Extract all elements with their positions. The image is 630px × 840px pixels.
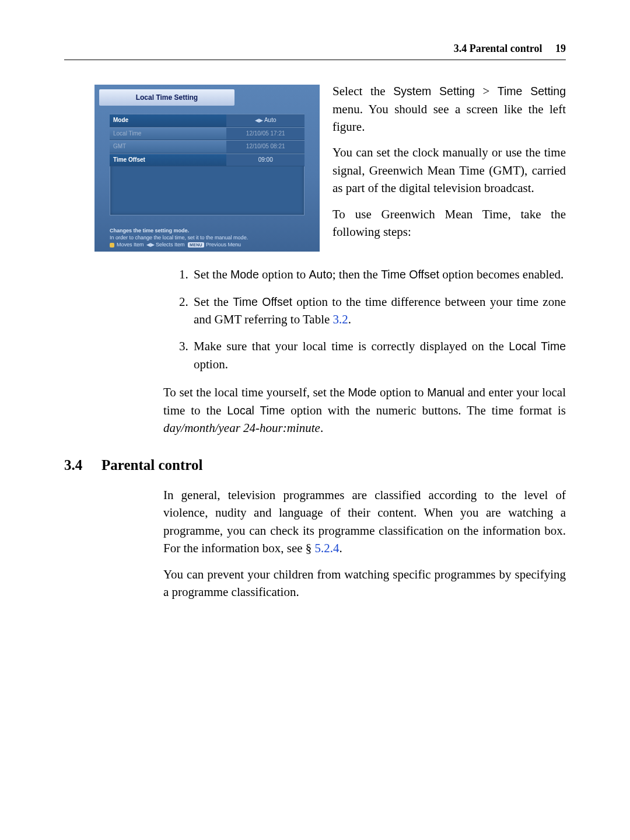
text: option. [194, 357, 228, 371]
text: . [320, 421, 323, 435]
figure-row-label: Mode [110, 114, 226, 127]
body-column: Set the Mode option to Auto; then the Ti… [163, 266, 566, 437]
text: Set the [194, 267, 230, 281]
intro-column: Select the System Setting > Time Setting… [332, 82, 566, 249]
manual-time-paragraph: To set the local time yourself, set the … [163, 384, 566, 437]
xref-5-2-4[interactable]: 5.2.4 [315, 541, 340, 555]
left-right-icon: ◀▶ [255, 117, 263, 123]
text: option becomes enabled. [439, 267, 564, 281]
figure-row-mode: Mode ◀▶Auto [110, 114, 304, 127]
page-number: 19 [555, 41, 566, 56]
running-header: 3.4 Parental control 19 [64, 41, 566, 60]
text: . [340, 541, 342, 555]
figure-row-label: GMT [110, 140, 226, 154]
figure-help-selects: Selects Item [156, 242, 185, 248]
intro-paragraph-1: Select the System Setting > Time Setting… [332, 82, 566, 135]
ui-text-time-offset: Time Offset [233, 295, 292, 308]
text: > [475, 84, 498, 98]
figure-panel: Mode ◀▶Auto Local Time 12/10/05 17:21 GM… [110, 114, 304, 215]
figure-help-moves: Moves Item [117, 242, 144, 248]
ui-text-time-offset: Time Offset [381, 268, 439, 281]
text: option to [376, 385, 427, 399]
figure-row-value: ◀▶Auto [226, 114, 304, 127]
intro-paragraph-3: To use Greenwich Mean Time, take the fol… [332, 205, 566, 241]
figure-row-value: 09:00 [226, 154, 304, 167]
figure-row-local-time: Local Time 12/10/05 17:21 [110, 127, 304, 141]
step-3: Make sure that your local time is correc… [191, 337, 566, 373]
text: Set the [194, 295, 233, 309]
intro-block: Local Time Setting Mode ◀▶Auto Local Tim… [64, 82, 566, 252]
left-right-icon: ◀▶ [146, 242, 155, 248]
text: ; then the [332, 267, 381, 281]
text: option with the numeric buttons. The tim… [285, 403, 566, 417]
intro-paragraph-2: You can set the clock manually or use th… [332, 144, 566, 197]
parental-paragraph-2: You can prevent your children from watch… [163, 566, 566, 601]
parental-paragraph-1: In general, television programmes are cl… [163, 486, 566, 557]
ui-text-system-setting: System Setting [393, 85, 475, 97]
figure-help-prev: Previous Menu [206, 242, 241, 248]
figure-row-value-text: Auto [264, 117, 276, 123]
xref-table-3-2[interactable]: 3.2 [333, 312, 348, 326]
text: Make sure that your local time is correc… [194, 339, 509, 353]
running-header-section: 3.4 Parental control [454, 43, 542, 54]
figure-row-gmt: GMT 12/10/05 08:21 [110, 140, 304, 154]
section-title: Parental control [102, 455, 202, 476]
figure-row-label: Time Offset [110, 154, 226, 167]
figure-help-line1: Changes the time setting mode. [110, 227, 304, 234]
figure-row-value: 12/10/05 08:21 [226, 140, 304, 154]
text: . [348, 312, 351, 326]
up-down-icon [110, 243, 114, 248]
section-number: 3.4 [64, 455, 89, 476]
ui-text-local-time: Local Time [509, 340, 566, 353]
ui-text-local-time: Local Time [227, 404, 285, 417]
ui-text-manual: Manual [427, 386, 464, 399]
figure-row-time-offset: Time Offset 09:00 [110, 154, 304, 167]
tv-screenshot: Local Time Setting Mode ◀▶Auto Local Tim… [94, 85, 320, 252]
body-column: In general, television programmes are cl… [163, 486, 566, 601]
section-heading: 3.4 Parental control [64, 455, 566, 476]
time-format: day/month/year 24-hour:minute [163, 421, 320, 435]
ui-text-mode: Mode [348, 386, 377, 399]
figure-help-line3: Moves Item ◀▶Selects Item MENUPrevious M… [110, 241, 304, 248]
text: option to [259, 267, 309, 281]
figure-local-time-setting: Local Time Setting Mode ◀▶Auto Local Tim… [94, 82, 320, 252]
figure-help-bar: Changes the time setting mode. In order … [110, 227, 304, 248]
menu-tag-icon: MENU [188, 242, 204, 248]
steps-list: Set the Mode option to Auto; then the Ti… [163, 266, 566, 373]
text: In general, television programmes are cl… [163, 488, 566, 555]
text: menu. You should see a screen like the l… [332, 102, 566, 134]
step-1: Set the Mode option to Auto; then the Ti… [191, 266, 566, 283]
text: Select the [332, 84, 393, 98]
step-2: Set the Time Offset option to the time d… [191, 293, 566, 329]
figure-title: Local Time Setting [99, 89, 235, 106]
text: To set the local time yourself, set the [163, 385, 348, 399]
figure-help-line2: In order to change the local time, set i… [110, 234, 304, 241]
figure-row-label: Local Time [110, 127, 226, 141]
ui-text-auto: Auto [309, 268, 332, 281]
figure-row-value: 12/10/05 17:21 [226, 127, 304, 141]
ui-text-mode: Mode [230, 268, 259, 281]
ui-text-time-setting: Time Setting [498, 85, 566, 97]
page: 3.4 Parental control 19 Local Time Setti… [0, 0, 630, 644]
